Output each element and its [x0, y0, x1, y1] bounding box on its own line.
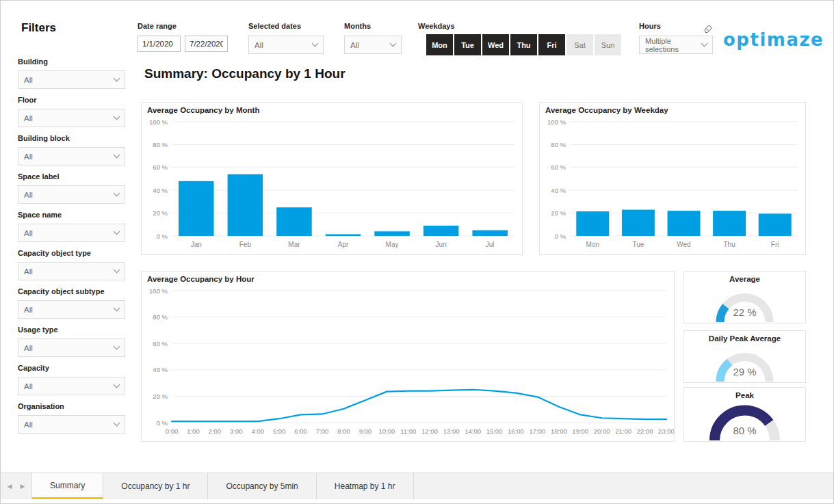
svg-text:Feb: Feb	[239, 241, 252, 248]
weekday-button-wed[interactable]: Wed	[482, 34, 509, 55]
svg-text:16:00: 16:00	[508, 427, 524, 435]
svg-text:8:00: 8:00	[337, 427, 350, 435]
weekday-button-mon[interactable]: Mon	[426, 34, 453, 55]
gauge-value: 22 %	[684, 306, 805, 318]
filter-dropdown[interactable]: All	[18, 185, 125, 204]
filter-dropdown[interactable]: All	[18, 262, 125, 280]
svg-text:9:00: 9:00	[359, 427, 372, 435]
svg-text:Jul: Jul	[486, 241, 495, 248]
filter-value: All	[24, 229, 33, 237]
filter-dropdown[interactable]: All	[18, 224, 125, 242]
chevron-down-icon	[114, 114, 120, 120]
tab-occupancy-by-1-hr[interactable]: Occupancy by 1 hr	[103, 473, 208, 499]
svg-text:2:00: 2:00	[209, 427, 222, 435]
weekdays-label: Weekdays	[418, 22, 455, 30]
svg-text:20 %: 20 %	[551, 209, 566, 217]
weekday-button-sat[interactable]: Sat	[566, 34, 593, 55]
filter-dropdown[interactable]: All	[18, 109, 125, 127]
filter-value: All	[24, 76, 33, 84]
svg-text:Jun: Jun	[436, 241, 447, 248]
filter-dropdown[interactable]: All	[18, 415, 125, 434]
weekday-button-sun[interactable]: Sun	[595, 34, 621, 55]
tab-scroll-right-icon[interactable]: ▶	[21, 483, 25, 490]
svg-text:0:00: 0:00	[166, 427, 179, 435]
filter-dropdown[interactable]: All	[18, 339, 125, 357]
svg-text:20:00: 20:00	[594, 427, 610, 435]
svg-text:80 %: 80 %	[153, 141, 168, 148]
svg-text:40 %: 40 %	[153, 187, 168, 194]
chevron-down-icon	[114, 305, 120, 312]
date-range-label: Date range	[138, 22, 177, 30]
tab-summary[interactable]: Summary	[32, 473, 103, 499]
months-value: All	[350, 41, 359, 49]
selected-dates-dropdown[interactable]: All	[248, 36, 324, 54]
chevron-down-icon	[114, 343, 120, 350]
date-range-start-input[interactable]	[138, 36, 181, 52]
chevron-down-icon	[114, 228, 120, 235]
svg-text:12:00: 12:00	[421, 427, 438, 435]
svg-text:7:00: 7:00	[316, 427, 329, 435]
filter-group-building: BuildingAll	[18, 57, 125, 89]
filter-value: All	[24, 306, 33, 314]
svg-text:10:00: 10:00	[378, 427, 395, 435]
filter-group-capacity-object-type: Capacity object typeAll	[18, 249, 125, 280]
gauge-card-average[interactable]: Average 22 %	[683, 271, 806, 323]
months-label: Months	[344, 22, 371, 30]
svg-text:19:00: 19:00	[572, 427, 588, 435]
clear-filter-eraser-icon[interactable]	[703, 23, 714, 34]
selected-dates-value: All	[255, 41, 263, 49]
bar-chart-weekday: 0 %20 %40 %60 %80 %100 %MonTueWedThuFri	[540, 103, 805, 254]
tab-heatmap-by-1-hr[interactable]: Heatmap by 1 hr	[317, 473, 414, 499]
filter-group-capacity: CapacityAll	[18, 364, 125, 395]
weekday-button-thu[interactable]: Thu	[510, 34, 537, 55]
months-dropdown[interactable]: All	[344, 36, 402, 54]
svg-text:20 %: 20 %	[153, 209, 168, 217]
filter-dropdown[interactable]: All	[18, 70, 125, 89]
svg-text:18:00: 18:00	[551, 427, 567, 435]
page-tab-bar: ◀ ▶ SummaryOccupancy by 1 hrOccupancy by…	[1, 473, 834, 499]
chart-panel-occupancy-by-weekday[interactable]: Average Occupancy by Weekday 0 %20 %40 %…	[539, 102, 806, 255]
chevron-down-icon	[114, 267, 120, 274]
hours-label: Hours	[639, 22, 661, 30]
filter-group-space-name: Space nameAll	[18, 211, 125, 242]
gauge-card-peak[interactable]: Peak 80 %	[683, 387, 806, 442]
chevron-down-icon	[114, 75, 120, 82]
filter-dropdown[interactable]: All	[18, 377, 125, 395]
filter-label: Capacity	[18, 364, 125, 372]
chart-panel-occupancy-by-hour[interactable]: Average Occupancy by Hour 0 %20 %40 %60 …	[141, 271, 675, 442]
svg-text:60 %: 60 %	[551, 163, 566, 171]
bar-chart-month: 0 %20 %40 %60 %80 %100 %JanFebMarAprMayJ…	[142, 103, 522, 254]
svg-text:1:00: 1:00	[187, 427, 200, 435]
report-canvas: Filters BuildingAllFloorAllBuilding bloc…	[0, 0, 834, 504]
filter-label: Usage type	[18, 326, 125, 334]
svg-text:4:00: 4:00	[251, 427, 264, 435]
filter-label: Capacity object type	[18, 249, 125, 257]
filter-dropdown[interactable]: All	[18, 147, 125, 165]
filter-label: Space name	[18, 211, 125, 219]
tab-occupancy-by-5min[interactable]: Occupancy by 5min	[208, 473, 316, 499]
date-range-end-input[interactable]	[185, 36, 228, 52]
hours-dropdown[interactable]: Multiple selections	[639, 36, 713, 54]
filter-label: Organisation	[18, 402, 125, 410]
chevron-down-icon	[390, 40, 397, 47]
filter-value: All	[24, 421, 33, 429]
filter-dropdown[interactable]: All	[18, 300, 125, 319]
filter-label: Building	[18, 57, 125, 66]
chevron-down-icon	[114, 420, 120, 427]
svg-text:13:00: 13:00	[443, 427, 460, 435]
filter-value: All	[24, 114, 33, 122]
chart-panel-occupancy-by-month[interactable]: Average Occupancy by Month 0 %20 %40 %60…	[141, 102, 523, 255]
filter-group-floor: FloorAll	[18, 96, 125, 127]
gauge-card-daily-peak-average[interactable]: Daily Peak Average 29 %	[683, 330, 806, 383]
chevron-down-icon	[312, 40, 319, 47]
weekday-button-fri[interactable]: Fri	[538, 34, 565, 55]
svg-text:100 %: 100 %	[547, 118, 566, 126]
filter-label: Space label	[18, 172, 125, 181]
selected-dates-label: Selected dates	[248, 22, 301, 30]
svg-text:Jan: Jan	[191, 241, 202, 248]
svg-text:Mar: Mar	[288, 241, 300, 248]
filter-group-usage-type: Usage typeAll	[18, 326, 125, 357]
optimaze-logo: optimaze	[723, 29, 824, 50]
weekday-button-tue[interactable]: Tue	[454, 34, 481, 55]
tab-scroll-left-icon[interactable]: ◀	[8, 483, 12, 490]
